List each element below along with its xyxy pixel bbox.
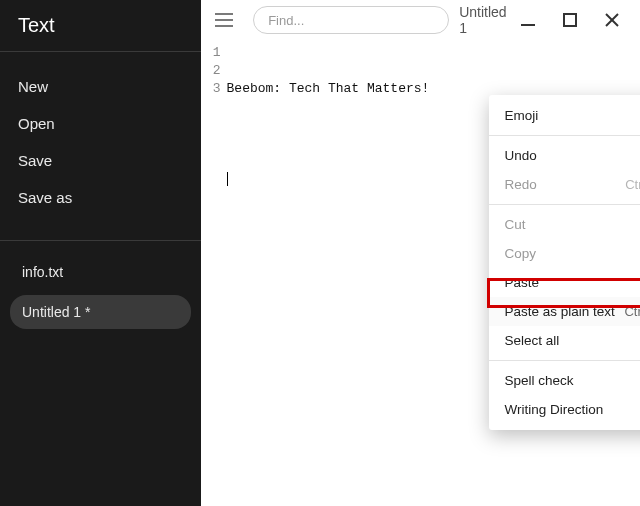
ctx-label: Select all bbox=[505, 333, 560, 348]
document-title: Untitled 1 bbox=[459, 4, 510, 36]
text-cursor bbox=[227, 172, 228, 186]
divider bbox=[489, 204, 640, 205]
ctx-paste[interactable]: Paste Ctrl+V bbox=[489, 268, 640, 297]
app-title: Text bbox=[0, 0, 201, 51]
divider bbox=[489, 360, 640, 361]
sidebar: Text New Open Save Save as info.txt Unti… bbox=[0, 0, 201, 506]
divider bbox=[0, 51, 201, 52]
ctx-redo: Redo Ctrl+Shift+Z bbox=[489, 170, 640, 199]
ctx-paste-plain[interactable]: Paste as plain text Ctrl+Shift+V bbox=[489, 297, 640, 326]
ctx-spell-check[interactable]: Spell check ▶ bbox=[489, 366, 640, 395]
line-number: 2 bbox=[201, 62, 221, 80]
file-list: info.txt Untitled 1 * bbox=[0, 255, 201, 329]
ctx-emoji[interactable]: Emoji bbox=[489, 101, 640, 130]
line-number: 3 bbox=[201, 80, 221, 98]
ctx-cut: Cut Ctrl+X bbox=[489, 210, 640, 239]
context-menu: Emoji Undo Ctrl+Z Redo Ctrl+Shift+Z Cut … bbox=[489, 95, 640, 430]
line-number: 1 bbox=[201, 44, 221, 62]
search-input[interactable] bbox=[253, 6, 449, 34]
divider bbox=[489, 135, 640, 136]
ctx-undo[interactable]: Undo Ctrl+Z bbox=[489, 141, 640, 170]
ctx-label: Undo bbox=[505, 148, 537, 163]
sidebar-action-save-as[interactable]: Save as bbox=[0, 179, 201, 216]
file-item[interactable]: info.txt bbox=[10, 255, 191, 289]
line-number-gutter: 1 2 3 bbox=[201, 44, 227, 224]
topbar: Untitled 1 bbox=[201, 0, 640, 40]
sidebar-action-open[interactable]: Open bbox=[0, 105, 201, 142]
main-area: Untitled 1 1 2 3 Beebom: Tech That Matte… bbox=[201, 0, 640, 506]
sidebar-action-save[interactable]: Save bbox=[0, 142, 201, 179]
ctx-label: Spell check bbox=[505, 373, 574, 388]
ctx-label: Emoji bbox=[505, 108, 539, 123]
ctx-writing-direction[interactable]: Writing Direction ▶ bbox=[489, 395, 640, 424]
ctx-label: Copy bbox=[505, 246, 537, 261]
window-controls bbox=[518, 10, 632, 30]
ctx-shortcut: Ctrl+Shift+Z bbox=[625, 177, 640, 192]
sidebar-action-new[interactable]: New bbox=[0, 68, 201, 105]
code-line: Beebom: Tech That Matters! bbox=[227, 80, 430, 98]
sidebar-actions: New Open Save Save as bbox=[0, 62, 201, 226]
ctx-select-all[interactable]: Select all Ctrl+A bbox=[489, 326, 640, 355]
divider bbox=[0, 240, 201, 241]
maximize-button[interactable] bbox=[560, 10, 580, 30]
ctx-label: Paste as plain text bbox=[505, 304, 615, 319]
ctx-label: Paste bbox=[505, 275, 540, 290]
editor-content[interactable]: Beebom: Tech That Matters! bbox=[227, 44, 430, 224]
hamburger-menu-icon[interactable] bbox=[215, 8, 236, 32]
file-item[interactable]: Untitled 1 * bbox=[10, 295, 191, 329]
minimize-button[interactable] bbox=[518, 10, 538, 30]
ctx-copy: Copy Ctrl+C bbox=[489, 239, 640, 268]
ctx-label: Cut bbox=[505, 217, 526, 232]
ctx-label: Writing Direction bbox=[505, 402, 604, 417]
close-button[interactable] bbox=[602, 10, 622, 30]
code-line bbox=[227, 170, 430, 188]
close-icon bbox=[604, 12, 620, 28]
ctx-shortcut: Ctrl+Shift+V bbox=[624, 304, 640, 319]
ctx-label: Redo bbox=[505, 177, 537, 192]
